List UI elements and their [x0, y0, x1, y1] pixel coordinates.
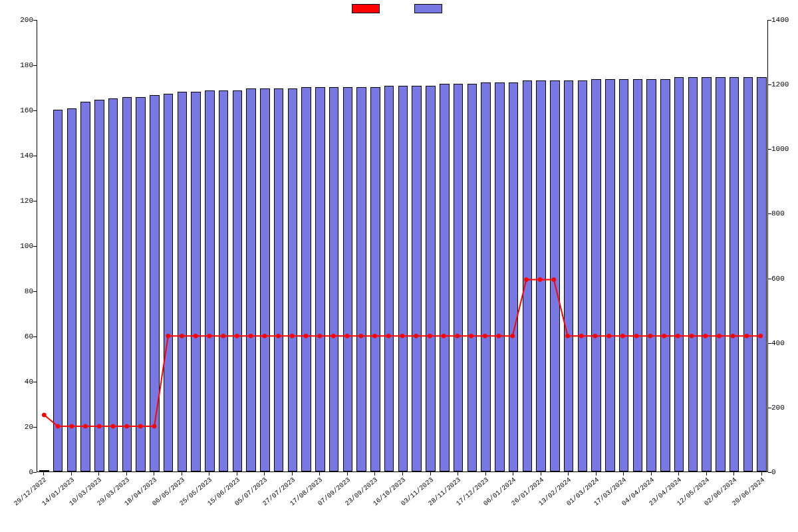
y-left-tickmark [33, 156, 37, 156]
line-marker [359, 334, 363, 338]
y-left-tick-label: 0 [7, 468, 33, 476]
y-right-tickmark [768, 279, 771, 279]
y-left-tick-label: 100 [7, 242, 33, 250]
y-left-tickmark [33, 246, 37, 247]
y-left-tick-label: 60 [7, 332, 33, 340]
y-left-tickmark [33, 427, 37, 428]
line-marker [428, 334, 432, 338]
line-marker [538, 277, 542, 281]
y-right-tickmark [768, 84, 771, 85]
legend [0, 4, 798, 15]
x-tickmark [430, 472, 431, 475]
y-right-tick-label: 400 [771, 339, 798, 347]
x-tickmark [43, 472, 44, 475]
x-tickmark [623, 472, 624, 475]
y-right-tick-label: 1000 [771, 145, 798, 153]
line-marker [717, 334, 721, 338]
line-marker [125, 424, 129, 428]
line-marker [497, 334, 501, 338]
x-tickmark [98, 472, 99, 475]
x-tickmark [154, 472, 154, 475]
y-left-tick-label: 40 [7, 378, 33, 386]
x-tickmark [541, 472, 541, 475]
y-right-tick-label: 1400 [771, 16, 798, 24]
line-marker [483, 334, 487, 338]
y-right-tick-label: 0 [771, 468, 798, 476]
line-marker [593, 334, 597, 338]
line-marker [731, 334, 735, 338]
y-left-tick-label: 20 [7, 423, 33, 431]
x-axis-labels: 29/12/202214/01/202310/03/202329/03/2023… [37, 473, 768, 527]
y-left-tickmark [33, 110, 37, 111]
line-marker [386, 334, 390, 338]
y-left-tick-label: 120 [7, 197, 33, 205]
x-tickmark [678, 472, 679, 475]
y-left-tickmark [33, 20, 37, 21]
x-tickmark [209, 472, 209, 475]
line-marker [414, 334, 418, 338]
x-tickmark [264, 472, 265, 475]
line-marker [579, 334, 583, 338]
line-marker [152, 424, 156, 428]
x-tickmark [568, 472, 569, 475]
line-path [44, 279, 760, 426]
x-tickmark [237, 472, 237, 475]
line-marker [524, 277, 528, 281]
line-marker [235, 334, 239, 338]
x-tickmark [182, 472, 182, 475]
y-left-tick-label: 200 [7, 16, 33, 24]
line-marker [207, 334, 211, 338]
y-right-tickmark [768, 472, 771, 473]
legend-item-series-b [414, 4, 446, 13]
y-right-tick-label: 600 [771, 275, 798, 283]
line-marker [42, 413, 46, 417]
line-marker [221, 334, 225, 338]
line-marker [676, 334, 680, 338]
y-right-tickmark [768, 149, 771, 150]
line-marker [745, 334, 749, 338]
line-marker [331, 334, 335, 338]
x-tickmark [706, 472, 707, 475]
y-right-tickmark [768, 20, 771, 21]
x-tickmark [374, 472, 375, 475]
line-marker [442, 334, 446, 338]
y-right-tickmark [768, 213, 771, 214]
line-marker [634, 334, 638, 338]
line-marker [662, 334, 666, 338]
x-tickmark [485, 472, 486, 475]
x-tickmark [761, 472, 762, 475]
x-tickmark [292, 472, 293, 475]
y-left-tickmark [33, 201, 37, 201]
line-marker [511, 334, 515, 338]
line-marker [249, 334, 253, 338]
x-tickmark [733, 472, 734, 475]
y-left-tickmark [33, 336, 37, 337]
y-left-tick-label: 140 [7, 152, 33, 160]
legend-swatch-b [414, 4, 442, 13]
y-left-tickmark [33, 291, 37, 292]
line-marker [690, 334, 694, 338]
line-marker [111, 424, 115, 428]
line-marker [469, 334, 473, 338]
y-left-tick-label: 180 [7, 61, 33, 69]
line-marker [704, 334, 708, 338]
line-marker [620, 334, 624, 338]
y-right-tick-label: 200 [771, 404, 798, 412]
legend-swatch-a [352, 4, 380, 13]
y-left-tick-label: 80 [7, 287, 33, 295]
x-tickmark [71, 472, 72, 475]
y-right-tickmark [768, 343, 771, 344]
y-left-tick-label: 160 [7, 106, 33, 114]
x-tickmark [319, 472, 320, 475]
line-marker [263, 334, 267, 338]
line-marker [648, 334, 652, 338]
y-right-tick-label: 1200 [771, 80, 798, 88]
y-right-tickmark [768, 408, 771, 408]
line-marker [607, 334, 611, 338]
x-tickmark [513, 472, 513, 475]
line-marker [345, 334, 349, 338]
line-marker [84, 424, 88, 428]
line-marker [97, 424, 101, 428]
y-left-tickmark [33, 382, 37, 382]
line-marker [400, 334, 404, 338]
